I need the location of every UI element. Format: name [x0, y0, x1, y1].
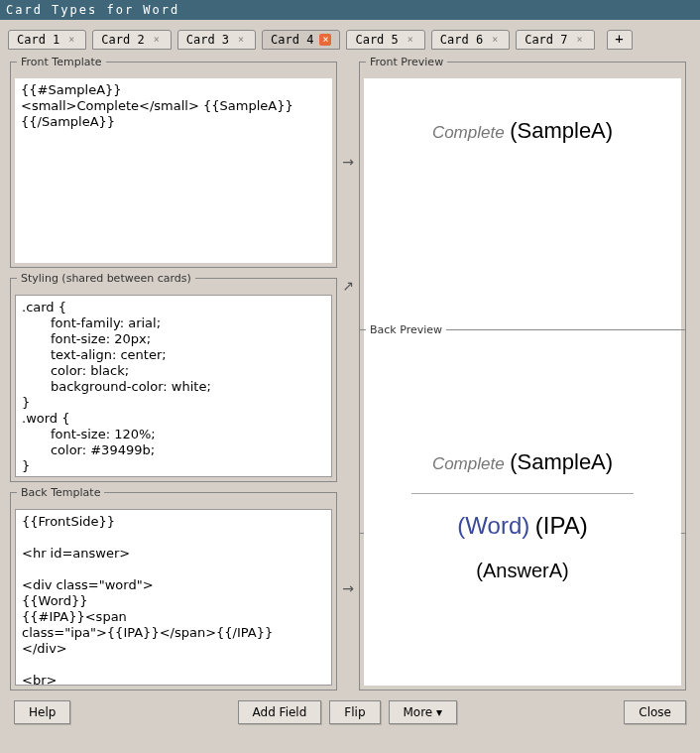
arrow-column: ↗ [339, 270, 357, 484]
flip-button[interactable]: Flip [329, 700, 380, 724]
close-icon[interactable]: × [319, 34, 331, 46]
front-preview-legend: Front Preview [366, 56, 447, 68]
preview-complete-label: Complete [432, 454, 505, 473]
tab-label: Card 1 [17, 33, 59, 47]
back-template-panel: Back Template [10, 486, 337, 690]
back-template-legend: Back Template [17, 486, 104, 499]
close-icon[interactable]: × [65, 34, 77, 46]
tab-card-4[interactable]: Card 4 × [262, 30, 340, 50]
preview-word: (Word) [457, 512, 529, 539]
preview-sample-value: (SampleA) [510, 118, 613, 143]
arrow-column: → [339, 484, 357, 692]
preview-ipa: (IPA) [535, 512, 588, 539]
tab-label: Card 3 [186, 33, 229, 47]
tab-card-3[interactable]: Card 3 × [177, 30, 256, 50]
tab-card-2[interactable]: Card 2 × [92, 30, 171, 50]
back-preview-panel: Back Preview Complete (SampleA) (Word) (… [359, 323, 686, 690]
tab-bar: Card 1 × Card 2 × Card 3 × Card 4 × Card… [6, 26, 694, 52]
tab-label: Card 7 [525, 33, 567, 47]
answer-divider [411, 493, 634, 494]
front-template-legend: Front Template [17, 56, 106, 68]
styling-legend: Styling (shared between cards) [17, 272, 195, 285]
close-button[interactable]: Close [624, 700, 686, 724]
arrow-right-icon: → [342, 484, 354, 692]
footer-buttons: Help Add Field Flip More ▾ Close [6, 694, 694, 730]
arrow-column: → [339, 54, 357, 270]
main-grid: Front Template → Front Preview Complete … [6, 52, 694, 694]
arrow-upright-icon: ↗ [342, 270, 354, 484]
more-button[interactable]: More ▾ [389, 700, 458, 724]
close-icon[interactable]: × [489, 34, 501, 46]
close-icon[interactable]: × [151, 34, 163, 46]
tab-card-5[interactable]: Card 5 × [346, 30, 424, 50]
tab-card-7[interactable]: Card 7 × [516, 30, 594, 50]
tab-label: Card 4 [271, 33, 313, 47]
back-preview: Complete (SampleA) (Word) (IPA) (AnswerA… [364, 346, 681, 686]
close-icon[interactable]: × [574, 34, 586, 46]
window-title: Card Types for Word [0, 0, 700, 20]
preview-complete-label: Complete [432, 123, 505, 142]
front-template-editor[interactable] [15, 78, 332, 263]
preview-answer: (AnswerA) [476, 560, 568, 582]
window-body: Card 1 × Card 2 × Card 3 × Card 4 × Card… [0, 20, 700, 736]
close-icon[interactable]: × [235, 34, 247, 46]
styling-panel: Styling (shared between cards) [10, 272, 337, 482]
tab-label: Card 5 [355, 33, 398, 47]
tab-label: Card 6 [440, 33, 483, 47]
help-button[interactable]: Help [14, 700, 70, 724]
styling-editor[interactable] [16, 296, 331, 476]
tab-label: Card 2 [101, 33, 144, 47]
close-icon[interactable]: × [405, 34, 416, 46]
add-field-button[interactable]: Add Field [238, 700, 322, 724]
back-template-editor[interactable] [16, 510, 331, 685]
arrow-right-icon: → [342, 54, 354, 270]
tab-card-6[interactable]: Card 6 × [431, 30, 510, 50]
front-template-panel: Front Template [10, 56, 337, 268]
preview-sample-value: (SampleA) [510, 449, 613, 474]
back-preview-legend: Back Preview [366, 323, 446, 336]
add-tab-button[interactable]: + [607, 30, 633, 50]
tab-card-1[interactable]: Card 1 × [8, 30, 86, 50]
